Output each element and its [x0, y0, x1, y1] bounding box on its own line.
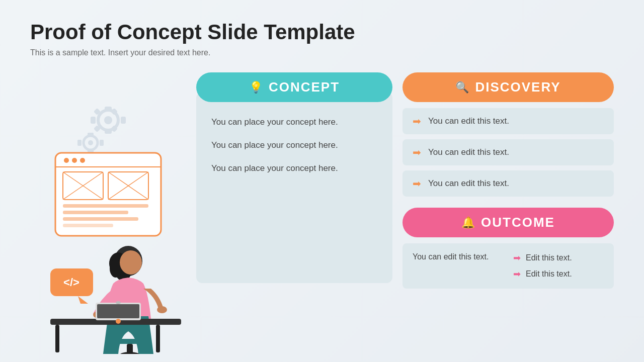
- outcome-right-list: ➡ Edit this text. ➡ Edit this text.: [513, 252, 604, 280]
- svg-text:</>: </>: [63, 276, 79, 289]
- discovery-item-1[interactable]: ➡ You can edit this text.: [403, 108, 614, 134]
- concept-body: You can place your concept here. You can…: [196, 92, 392, 283]
- svg-rect-43: [156, 325, 160, 352]
- page-title: Proof of Concept Slide Template: [30, 20, 614, 44]
- right-panel: 🔍 DISCOVERY ➡ You can edit this text. ➡ …: [403, 72, 614, 354]
- arrow-icon-1: ➡: [413, 115, 421, 127]
- content-area: </>: [30, 72, 614, 354]
- illustration-area: </>: [30, 72, 186, 354]
- arrow-pink-2: ➡: [513, 268, 521, 280]
- svg-rect-28: [63, 211, 128, 214]
- discovery-button[interactable]: 🔍 DISCOVERY: [403, 72, 614, 102]
- svg-rect-29: [63, 217, 138, 221]
- svg-point-40: [157, 306, 167, 313]
- arrow-icon-3: ➡: [413, 177, 421, 190]
- discovery-icon: 🔍: [455, 81, 469, 94]
- svg-point-1: [104, 116, 112, 124]
- discovery-item-3[interactable]: ➡ You can edit this text.: [403, 170, 614, 197]
- svg-rect-30: [63, 224, 113, 227]
- discovery-text-2: You can edit this text.: [428, 147, 509, 157]
- svg-point-11: [88, 140, 93, 145]
- discovery-item-2[interactable]: ➡ You can edit this text.: [403, 139, 614, 165]
- concept-text-2[interactable]: You can place your concept here.: [211, 140, 377, 150]
- svg-rect-48: [111, 339, 151, 344]
- concept-card: 💡 CONCEPT You can place your concept her…: [196, 72, 392, 354]
- svg-rect-4: [91, 117, 96, 124]
- svg-point-19: [80, 158, 85, 163]
- outcome-icon: 🔔: [461, 216, 475, 229]
- concept-button[interactable]: 💡 CONCEPT: [196, 72, 392, 102]
- svg-point-17: [64, 158, 69, 163]
- svg-point-18: [72, 158, 77, 163]
- svg-rect-14: [77, 140, 82, 146]
- svg-rect-42: [55, 325, 59, 352]
- svg-rect-46: [97, 304, 139, 318]
- svg-point-47: [116, 319, 121, 324]
- outcome-right-item-1[interactable]: ➡ Edit this text.: [513, 252, 604, 263]
- illustration-svg: </>: [30, 93, 186, 354]
- svg-rect-15: [100, 140, 104, 146]
- page-subtitle: This is a sample text. Insert your desir…: [30, 48, 614, 57]
- svg-rect-3: [105, 129, 112, 134]
- outcome-right-text-2: Edit this text.: [526, 269, 572, 279]
- outcome-button[interactable]: 🔔 OUTCOME: [403, 208, 614, 237]
- discovery-text-1: You can edit this text.: [428, 116, 509, 126]
- svg-rect-5: [121, 117, 126, 124]
- concept-text-3[interactable]: You can place your concept here.: [211, 163, 377, 173]
- outcome-button-label: OUTCOME: [481, 215, 555, 230]
- svg-marker-32: [78, 296, 88, 304]
- concept-icon: 💡: [249, 81, 263, 94]
- svg-rect-27: [63, 204, 148, 208]
- arrow-icon-2: ➡: [413, 146, 421, 158]
- outcome-right-item-2[interactable]: ➡ Edit this text.: [513, 268, 604, 280]
- arrow-pink-1: ➡: [513, 252, 521, 263]
- outcome-right-text-1: Edit this text.: [526, 253, 572, 262]
- slide: Proof of Concept Slide Template This is …: [0, 0, 644, 362]
- discovery-button-label: DISCOVERY: [475, 79, 560, 95]
- svg-point-45: [116, 301, 121, 304]
- concept-text-1[interactable]: You can place your concept here.: [211, 117, 377, 127]
- svg-point-50: [120, 352, 140, 354]
- svg-point-38: [120, 250, 142, 275]
- outcome-body: You can edit this text. ➡ Edit this text…: [403, 243, 614, 289]
- concept-button-label: CONCEPT: [269, 79, 340, 95]
- discovery-items: ➡ You can edit this text. ➡ You can edit…: [403, 108, 614, 197]
- outcome-left-text[interactable]: You can edit this text.: [413, 252, 503, 280]
- discovery-text-3: You can edit this text.: [428, 178, 509, 189]
- svg-rect-2: [105, 107, 112, 112]
- svg-rect-12: [88, 133, 94, 137]
